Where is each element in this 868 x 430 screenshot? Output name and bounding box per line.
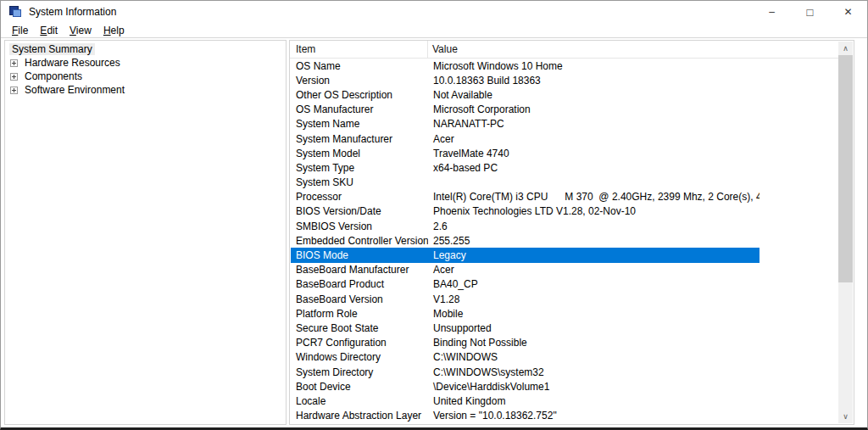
table-row[interactable]: System NameNARANATT-PC xyxy=(291,117,760,131)
value-cell: Unsupported xyxy=(428,322,760,334)
column-header-item[interactable]: Item xyxy=(290,41,428,58)
table-row[interactable]: LocaleUnited Kingdom xyxy=(291,394,760,408)
table-row-selected[interactable]: BIOS ModeLegacy xyxy=(291,248,760,262)
table-row[interactable]: System ModelTravelMate 4740 xyxy=(291,146,760,160)
item-cell: System Type xyxy=(291,162,428,174)
table-row[interactable]: BIOS Version/DatePhoenix Technologies LT… xyxy=(291,204,760,219)
close-button[interactable]: ✕ xyxy=(829,1,867,23)
sidebar-item-label: Software Environment xyxy=(22,84,127,96)
value-cell: BA40_CP xyxy=(428,278,760,290)
table-row[interactable]: PCR7 ConfigurationBinding Not Possible xyxy=(291,336,760,350)
window-controls: – □ ✕ xyxy=(753,1,867,23)
item-cell: PCR7 Configuration xyxy=(291,337,428,349)
system-information-window: System Information – □ ✕ FileEditViewHel… xyxy=(0,0,868,430)
table-row[interactable]: BaseBoard VersionV1.28 xyxy=(291,292,760,306)
table-row[interactable]: Platform RoleMobile xyxy=(291,306,760,321)
menu-item-help[interactable]: Help xyxy=(97,25,131,36)
sidebar-item-system-summary[interactable]: System Summary xyxy=(5,42,286,56)
minimize-button[interactable]: – xyxy=(753,1,791,23)
item-cell: Platform Role xyxy=(291,308,428,320)
value-cell: 10.0.18363 Build 18363 xyxy=(428,75,760,87)
item-cell: BIOS Version/Date xyxy=(291,205,428,217)
item-cell: Processor xyxy=(291,191,428,203)
item-cell: System Name xyxy=(291,118,428,130)
table-row[interactable]: SMBIOS Version2.6 xyxy=(291,219,760,233)
table-row[interactable]: System DirectoryC:\WINDOWS\system32 xyxy=(291,365,760,379)
table-row[interactable]: Version10.0.18363 Build 18363 xyxy=(291,73,760,87)
value-cell: Acer xyxy=(428,264,760,276)
value-cell: Version = "10.0.18362.752" xyxy=(428,410,760,422)
title-bar[interactable]: System Information – □ ✕ xyxy=(1,1,867,23)
value-cell: Binding Not Possible xyxy=(428,337,760,349)
table-row[interactable]: OS NameMicrosoft Windows 10 Home xyxy=(291,59,760,73)
value-cell: Microsoft Corporation xyxy=(428,103,760,115)
item-cell: System Manufacturer xyxy=(291,133,428,145)
value-cell: C:\WINDOWS\system32 xyxy=(428,366,760,378)
table-row[interactable]: Embedded Controller Version255.255 xyxy=(291,233,760,248)
value-cell: Mobile xyxy=(428,308,760,320)
item-cell: System Directory xyxy=(291,366,428,378)
table-row[interactable]: OS ManufacturerMicrosoft Corporation xyxy=(291,103,760,117)
table-row[interactable]: System ManufacturerAcer xyxy=(291,131,760,146)
window-title: System Information xyxy=(29,6,116,18)
value-cell: Acer xyxy=(428,133,760,145)
navigation-panel: System SummaryHardware ResourcesComponen… xyxy=(4,40,287,425)
value-cell: TravelMate 4740 xyxy=(428,148,760,159)
category-tree: System SummaryHardware ResourcesComponen… xyxy=(5,41,286,97)
table-row[interactable]: BaseBoard ProductBA40_CP xyxy=(291,277,760,292)
table-row[interactable]: Hardware Abstraction LayerVersion = "10.… xyxy=(291,409,760,423)
table-row[interactable]: BaseBoard ManufacturerAcer xyxy=(291,263,760,277)
menu-item-file[interactable]: File xyxy=(6,25,34,36)
value-cell: 2.6 xyxy=(428,221,760,232)
maximize-button[interactable]: □ xyxy=(791,1,829,23)
item-cell: BaseBoard Manufacturer xyxy=(291,264,428,276)
item-cell: BIOS Mode xyxy=(291,249,428,261)
table-row[interactable]: Other OS DescriptionNot Available xyxy=(291,87,760,102)
item-cell: OS Manufacturer xyxy=(291,103,428,115)
item-cell: BaseBoard Version xyxy=(291,293,428,305)
value-cell: Microsoft Windows 10 Home xyxy=(428,60,760,72)
details-rows: OS NameMicrosoft Windows 10 HomeVersion1… xyxy=(291,59,838,424)
table-row[interactable]: ProcessorIntel(R) Core(TM) i3 CPU M 370 … xyxy=(291,190,760,204)
table-row[interactable]: Secure Boot StateUnsupported xyxy=(291,321,760,335)
value-cell: x64-based PC xyxy=(428,162,760,174)
table-row[interactable]: System SKU xyxy=(291,176,760,190)
table-row[interactable]: Boot Device\Device\HarddiskVolume1 xyxy=(291,379,760,394)
expand-plus-icon[interactable] xyxy=(10,59,18,67)
table-row[interactable]: System Typex64-based PC xyxy=(291,160,760,175)
value-cell: NARANATT-PC xyxy=(428,118,760,130)
expand-plus-icon[interactable] xyxy=(10,73,18,81)
value-cell: V1.28 xyxy=(428,293,760,305)
item-cell: SMBIOS Version xyxy=(291,221,428,232)
vertical-scrollbar[interactable]: ∧ ∨ xyxy=(838,42,853,423)
column-header-value[interactable]: Value xyxy=(428,41,458,58)
item-cell: Other OS Description xyxy=(291,89,428,101)
item-cell: Embedded Controller Version xyxy=(291,235,428,247)
menu-item-view[interactable]: View xyxy=(64,25,97,36)
value-cell: C:\WINDOWS xyxy=(428,351,760,363)
item-cell: Windows Directory xyxy=(291,351,428,363)
scroll-up-icon[interactable]: ∧ xyxy=(838,42,853,55)
table-row[interactable]: Windows DirectoryC:\WINDOWS xyxy=(291,350,760,365)
sidebar-item-label: System Summary xyxy=(9,43,95,55)
menu-item-edit[interactable]: Edit xyxy=(34,25,64,36)
expand-plus-icon[interactable] xyxy=(10,87,18,94)
system-information-icon xyxy=(9,6,22,18)
table-row[interactable]: User NameNaranAtt-PC\NaranAtt xyxy=(291,423,760,424)
sidebar-item-hardware-resources[interactable]: Hardware Resources xyxy=(5,56,286,70)
item-cell: Boot Device xyxy=(291,381,428,393)
item-cell: Hardware Abstraction Layer xyxy=(291,410,428,422)
item-cell: Locale xyxy=(291,395,428,407)
value-cell: 255.255 xyxy=(428,235,760,247)
value-cell: Legacy xyxy=(428,249,760,261)
value-cell: \Device\HarddiskVolume1 xyxy=(428,381,760,393)
item-cell: System SKU xyxy=(291,176,428,188)
sidebar-item-software-environment[interactable]: Software Environment xyxy=(5,83,286,97)
scroll-down-icon[interactable]: ∨ xyxy=(838,410,853,423)
value-cell: Not Available xyxy=(428,89,760,101)
item-cell: BaseBoard Product xyxy=(291,278,428,290)
value-cell: United Kingdom xyxy=(428,395,760,407)
sidebar-item-components[interactable]: Components xyxy=(5,70,286,83)
scrollbar-thumb[interactable] xyxy=(838,55,853,282)
value-cell: Phoenix Technologies LTD V1.28, 02-Nov-1… xyxy=(428,205,760,217)
